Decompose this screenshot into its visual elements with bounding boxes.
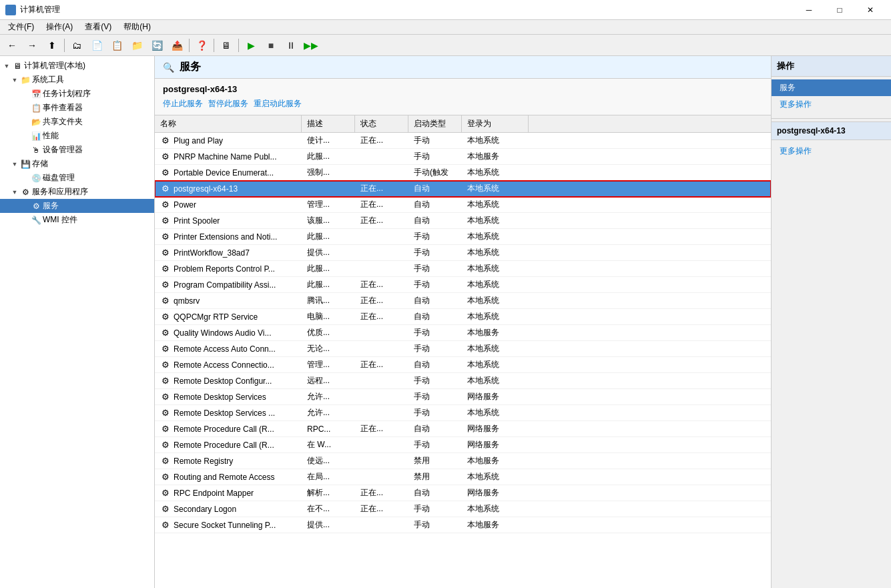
tree-expand-10[interactable] — [21, 202, 29, 210]
close-button[interactable]: ✕ — [855, 0, 886, 20]
toolbar-restart[interactable]: ▶▶ — [302, 37, 320, 54]
table-row[interactable]: ⚙Remote Access Connectio...管理...正在...自动本… — [155, 357, 771, 373]
tree-item-11[interactable]: 🔧WMI 控件 — [0, 213, 154, 227]
tree-expand-6[interactable] — [21, 146, 29, 154]
table-row[interactable]: ⚙Remote Registry使远...禁用本地服务 — [155, 453, 771, 469]
table-row[interactable]: ⚙Secondary Logon在不...正在...手动本地系统 — [155, 501, 771, 517]
table-row[interactable]: ⚙Portable Device Enumerat...强制...手动(触发本地… — [155, 165, 771, 181]
stop-service-link[interactable]: 停止此服务 — [163, 98, 203, 109]
toolbar-export[interactable]: 📤 — [168, 37, 186, 54]
tree-expand-5[interactable] — [21, 132, 29, 140]
table-row[interactable]: ⚙PNRP Machine Name Publ...此服...手动本地服务 — [155, 149, 771, 165]
tree-expand-2[interactable] — [21, 90, 29, 98]
menu-file[interactable]: 文件(F) — [3, 20, 39, 34]
table-row[interactable]: ⚙QQPCMgr RTP Service电脑...正在...自动本地系统 — [155, 309, 771, 325]
service-name-text: Remote Procedure Call (R... — [174, 440, 274, 450]
toolbar-help[interactable]: ❓ — [192, 37, 211, 54]
service-startup-cell: 手动 — [408, 405, 462, 420]
col-login[interactable]: 登录为 — [462, 115, 529, 132]
toolbar-forward[interactable]: → — [23, 37, 41, 54]
tree-item-10[interactable]: ⚙服务 — [0, 199, 154, 213]
service-desc-cell: 解析... — [302, 485, 355, 501]
table-row[interactable]: ⚙Plug and Play使计...正在...手动本地系统 — [155, 133, 771, 149]
table-row[interactable]: ⚙Remote Access Auto Conn...无论...手动本地系统 — [155, 341, 771, 357]
tree-item-9[interactable]: ▼⚙服务和应用程序 — [0, 185, 154, 199]
tree-expand-3[interactable] — [21, 104, 29, 112]
service-status-cell: 正在... — [355, 485, 408, 501]
toolbar-up[interactable]: ⬆ — [43, 37, 61, 54]
table-row[interactable]: ⚙Program Compatibility Assi...此服...正在...… — [155, 277, 771, 293]
table-row[interactable]: ⚙Routing and Remote Access在局...禁用本地系统 — [155, 469, 771, 485]
tree-item-4[interactable]: 📂共享文件夹 — [0, 115, 154, 129]
toolbar-pause[interactable]: ⏸ — [282, 37, 300, 54]
table-row[interactable]: ⚙Remote Procedure Call (R...RPC...正在...自… — [155, 421, 771, 437]
tree-expand-0[interactable]: ▼ — [3, 62, 11, 70]
table-row[interactable]: ⚙Print Spooler该服...正在...自动本地系统 — [155, 213, 771, 229]
menu-help[interactable]: 帮助(H) — [118, 20, 156, 34]
pause-service-link[interactable]: 暂停此服务 — [208, 98, 248, 109]
service-gear-icon: ⚙ — [160, 248, 171, 258]
tree-expand-8[interactable] — [21, 174, 29, 182]
service-status-cell: 正在... — [355, 213, 408, 228]
service-login-cell: 本地服务 — [462, 149, 529, 164]
tree-expand-4[interactable] — [21, 118, 29, 126]
toolbar-play[interactable]: ▶ — [242, 37, 260, 54]
service-startup-cell: 手动 — [408, 325, 462, 340]
search-icon: 🔍 — [163, 62, 174, 73]
table-row[interactable]: ⚙Quality Windows Audio Vi...优质...手动本地服务 — [155, 325, 771, 341]
tree-expand-1[interactable]: ▼ — [11, 76, 19, 84]
tree-item-6[interactable]: 🖱设备管理器 — [0, 143, 154, 157]
table-row[interactable]: ⚙Power管理...正在...自动本地系统 — [155, 197, 771, 213]
col-desc[interactable]: 描述 — [302, 115, 355, 132]
table-row[interactable]: ⚙Remote Desktop Configur...远程...手动本地系统 — [155, 373, 771, 389]
toolbar-stop[interactable]: ■ — [262, 37, 280, 54]
menu-view[interactable]: 查看(V) — [79, 20, 117, 34]
right-panel-more-actions-2[interactable]: 更多操作 — [772, 143, 891, 160]
col-status[interactable]: 状态 — [355, 115, 408, 132]
tree-item-5[interactable]: 📊性能 — [0, 129, 154, 143]
tree-item-7[interactable]: ▼💾存储 — [0, 157, 154, 171]
restart-service-link[interactable]: 重启动此服务 — [254, 98, 302, 109]
col-startup[interactable]: 启动类型 — [408, 115, 462, 132]
table-row[interactable]: ⚙PrintWorkflow_38ad7提供...手动本地系统 — [155, 245, 771, 261]
service-name-text: Program Compatibility Assi... — [174, 280, 276, 290]
toolbar-doc[interactable]: 📄 — [87, 37, 106, 54]
right-panel-services-label[interactable]: 服务 — [772, 79, 891, 96]
service-desc-cell — [302, 181, 355, 196]
col-name[interactable]: 名称 — [155, 115, 302, 132]
maximize-button[interactable]: □ — [824, 0, 855, 20]
toolbar-doc2[interactable]: 📋 — [107, 37, 126, 54]
tree-expand-7[interactable]: ▼ — [11, 160, 19, 168]
toolbar-doc3[interactable]: 📁 — [127, 37, 146, 54]
right-panel-section-services: 服务 更多操作 — [772, 77, 891, 115]
table-row[interactable]: ⚙postgresql-x64-13正在...自动本地系统 — [155, 181, 771, 197]
service-name-cell: ⚙QQPCMgr RTP Service — [155, 309, 302, 324]
tree-label-5: 性能 — [43, 130, 59, 141]
table-row[interactable]: ⚙Remote Desktop Services允许...手动网络服务 — [155, 389, 771, 405]
tree-expand-11[interactable] — [21, 216, 29, 224]
menu-action[interactable]: 操作(A) — [41, 20, 78, 34]
table-row[interactable]: ⚙Remote Desktop Services ...允许...手动本地系统 — [155, 405, 771, 421]
table-row[interactable]: ⚙RPC Endpoint Mapper解析...正在...自动网络服务 — [155, 485, 771, 501]
table-row[interactable]: ⚙Problem Reports Control P...此服...手动本地系统 — [155, 261, 771, 277]
toolbar-show-hide-tree[interactable]: 🗂 — [67, 37, 86, 54]
table-row[interactable]: ⚙Printer Extensions and Noti...此服...手动本地… — [155, 229, 771, 245]
minimize-button[interactable]: ─ — [794, 0, 824, 20]
toolbar: ← → ⬆ 🗂 📄 📋 📁 🔄 📤 ❓ 🖥 ▶ ■ ⏸ ▶▶ — [0, 35, 891, 56]
tree-item-0[interactable]: ▼🖥计算机管理(本地) — [0, 59, 154, 73]
right-panel-subheader: postgresql-x64-13 — [772, 121, 891, 140]
table-row[interactable]: ⚙qmbsrv腾讯...正在...自动本地系统 — [155, 293, 771, 309]
tree-expand-9[interactable]: ▼ — [11, 188, 19, 196]
toolbar-refresh[interactable]: 🔄 — [147, 37, 166, 54]
toolbar-back[interactable]: ← — [3, 37, 21, 54]
right-panel-more-actions-1[interactable]: 更多操作 — [772, 96, 891, 113]
table-row[interactable]: ⚙Remote Procedure Call (R...在 W...手动网络服务 — [155, 437, 771, 453]
toolbar-monitor[interactable]: 🖥 — [217, 37, 236, 54]
table-row[interactable]: ⚙Secure Socket Tunneling P...提供...手动本地服务 — [155, 517, 771, 533]
tree-item-8[interactable]: 💿磁盘管理 — [0, 171, 154, 185]
perf-icon: 📊 — [31, 131, 41, 141]
title-bar: 计算机管理 ─ □ ✕ — [0, 0, 891, 20]
tree-item-1[interactable]: ▼📁系统工具 — [0, 73, 154, 87]
tree-item-3[interactable]: 📋事件查看器 — [0, 101, 154, 115]
tree-item-2[interactable]: 📅任务计划程序 — [0, 87, 154, 101]
